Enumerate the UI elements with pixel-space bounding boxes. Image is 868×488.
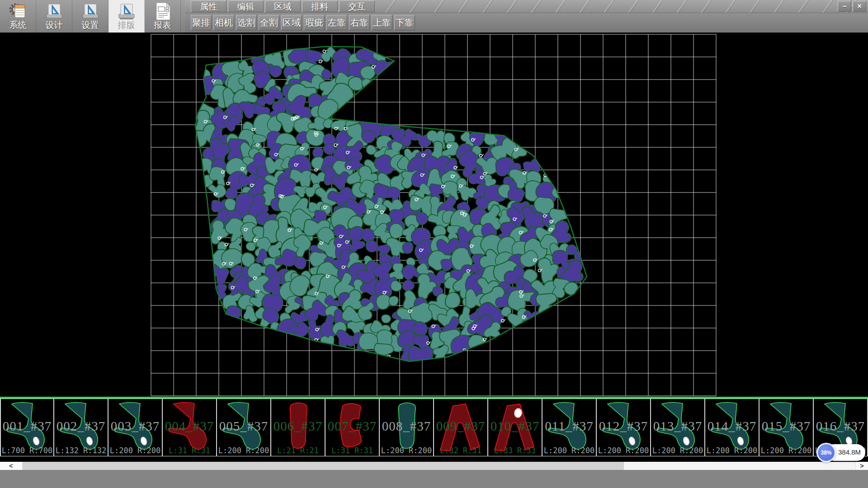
piece-id-label: 014_#37 <box>705 419 759 434</box>
nav-button-layout-ruler[interactable]: 排版 <box>108 0 145 33</box>
piece-id-label: 001_#37 <box>1 419 53 434</box>
piece-id-label: 006_#37 <box>271 419 325 434</box>
piece-lr-caption: L:31 R:31 <box>326 446 379 455</box>
layout-ruler-icon <box>116 1 137 21</box>
piece-lr-caption: L:200 R:200 <box>705 446 759 455</box>
design-ruler-icon <box>44 1 65 21</box>
menu-edit[interactable]: 编辑 <box>228 0 264 12</box>
tool-button-8[interactable]: 上靠 <box>372 15 392 30</box>
nav-button-system-gear[interactable]: 系统 <box>0 0 36 33</box>
piece-lr-caption: L:32 R:31 <box>434 446 487 455</box>
main-toolbar: 属性 编辑 区域 排料 交互 – × 聚排相机选割全割区域瑕疵左靠右靠上靠下靠 … <box>0 0 868 33</box>
piece-lr-caption: L:200 R:200 <box>217 446 270 455</box>
nav-button-label: 系统 <box>0 19 36 31</box>
thumbnail-cell-003_#37[interactable]: 003_#37L:200 R:200 <box>108 399 163 456</box>
menu-nesting[interactable]: 排料 <box>302 0 338 12</box>
nav-button-design-ruler[interactable]: 设计 <box>36 0 72 33</box>
thumbnail-cell-004_#37[interactable]: 004_#37L:31 R:31 <box>163 399 217 456</box>
piece-lr-caption: L:200 R:200 <box>760 446 813 455</box>
piece-id-label: 016_#37 <box>814 419 867 434</box>
nav-button-label: 报表 <box>145 19 180 31</box>
piece-id-label: 013_#37 <box>651 419 704 434</box>
minimize-button[interactable]: – <box>838 1 851 12</box>
piece-id-label: 002_#37 <box>54 419 108 434</box>
piece-id-label: 008_#37 <box>380 419 433 434</box>
piece-thumbnail-strip: 001_#37L:700 R:700002_#37L:132 R:132003_… <box>0 399 868 456</box>
badge-percent-text: 38% <box>821 450 831 456</box>
nav-button-label: 设置 <box>72 19 108 31</box>
tool-button-5[interactable]: 瑕疵 <box>304 15 325 30</box>
piece-lr-caption: L:33 R:33 <box>488 446 542 455</box>
hide-nesting-drawing <box>0 33 868 397</box>
tool-button-4[interactable]: 区域 <box>281 15 302 30</box>
tool-button-2[interactable]: 选割 <box>236 15 257 30</box>
tool-button-0[interactable]: 聚排 <box>191 15 212 30</box>
piece-id-label: 012_#37 <box>597 419 650 434</box>
menu-interact[interactable]: 交互 <box>339 0 375 12</box>
nested-pieces <box>189 42 590 370</box>
thumbnail-cell-007_#37[interactable]: 007_#37L:31 R:31 <box>326 399 380 456</box>
thumbnail-cell-002_#37[interactable]: 002_#37L:132 R:132 <box>54 399 108 456</box>
badge-percent-circle: 38% <box>816 443 836 462</box>
tool-bar: 聚排相机选割全割区域瑕疵左靠右靠上靠下靠 <box>185 14 868 33</box>
thumbnail-cell-001_#37[interactable]: 001_#37L:700 R:700 <box>0 399 54 456</box>
piece-lr-caption: L:31 R:31 <box>163 446 216 455</box>
piece-lr-caption: L:200 R:200 <box>108 446 162 455</box>
nav-button-label: 排版 <box>108 19 144 31</box>
piece-id-label: 007_#37 <box>326 419 379 434</box>
scrollbar-thumb[interactable] <box>23 462 624 470</box>
piece-lr-caption: L:700 R:700 <box>1 446 53 455</box>
module-nav-bar: 系统设计设置排版报表 <box>0 0 185 33</box>
piece-id-label: 005_#37 <box>217 419 270 434</box>
badge-size-text: 384.8M <box>838 448 861 456</box>
piece-lr-caption: L:132 R:132 <box>54 446 108 455</box>
nav-button-label: 设计 <box>36 19 72 31</box>
piece-id-label: 010_#37 <box>488 419 542 434</box>
tool-button-7[interactable]: 右靠 <box>349 15 370 30</box>
thumbnail-cell-011_#37[interactable]: 011_#37L:200 R:200 <box>542 399 597 456</box>
horizontal-scrollbar[interactable]: < > <box>0 462 868 470</box>
settings-ruler-icon <box>80 1 101 21</box>
piece-id-label: 004_#37 <box>163 419 216 434</box>
thumbnail-cell-009_#37[interactable]: 009_#37L:32 R:31 <box>434 399 488 456</box>
menu-region[interactable]: 区域 <box>265 0 301 12</box>
thumbnail-cell-006_#37[interactable]: 006_#37L:21 R:21 <box>271 399 326 456</box>
piece-lr-caption: L:21 R:21 <box>271 446 325 455</box>
bottom-status-bar <box>0 470 868 488</box>
piece-id-label: 011_#37 <box>542 419 596 434</box>
scroll-left-arrow[interactable]: < <box>0 462 23 470</box>
piece-lr-caption: L:200 R:200 <box>542 446 596 455</box>
menu-bar: 属性 编辑 区域 排料 交互 – × <box>185 0 868 13</box>
thumbnail-cell-015_#37[interactable]: 015_#37L:200 R:200 <box>760 399 814 456</box>
piece-id-label: 003_#37 <box>108 419 162 434</box>
tool-button-6[interactable]: 左靠 <box>326 15 347 30</box>
thumbnail-cell-012_#37[interactable]: 012_#37L:200 R:200 <box>597 399 651 456</box>
thumbnail-cell-005_#37[interactable]: 005_#37L:200 R:200 <box>217 399 271 456</box>
thumbnail-cell-010_#37[interactable]: 010_#37L:33 R:33 <box>488 399 542 456</box>
thumbnail-cell-008_#37[interactable]: 008_#37L:200 R:200 <box>380 399 434 456</box>
system-gear-icon <box>8 1 28 21</box>
close-button[interactable]: × <box>853 1 866 12</box>
piece-lr-caption: L:200 R:200 <box>380 446 433 455</box>
piece-lr-caption: L:200 R:200 <box>597 446 650 455</box>
thumbnail-cell-013_#37[interactable]: 013_#37L:200 R:200 <box>651 399 705 456</box>
tool-button-9[interactable]: 下靠 <box>394 15 415 30</box>
piece-id-label: 015_#37 <box>760 419 813 434</box>
nesting-canvas[interactable] <box>0 33 868 397</box>
scroll-right-arrow[interactable]: > <box>855 462 868 470</box>
menu-properties[interactable]: 属性 <box>191 0 226 12</box>
nav-button-settings-ruler[interactable]: 设置 <box>72 0 108 33</box>
piece-id-label: 009_#37 <box>434 419 487 434</box>
nav-button-report-document[interactable]: 报表 <box>145 0 181 33</box>
report-document-icon <box>152 1 173 21</box>
piece-lr-caption: L:200 R:200 <box>651 446 704 455</box>
tool-button-1[interactable]: 相机 <box>213 15 234 30</box>
thumbnail-cell-014_#37[interactable]: 014_#37L:200 R:200 <box>705 399 760 456</box>
tool-button-3[interactable]: 全割 <box>259 15 279 30</box>
